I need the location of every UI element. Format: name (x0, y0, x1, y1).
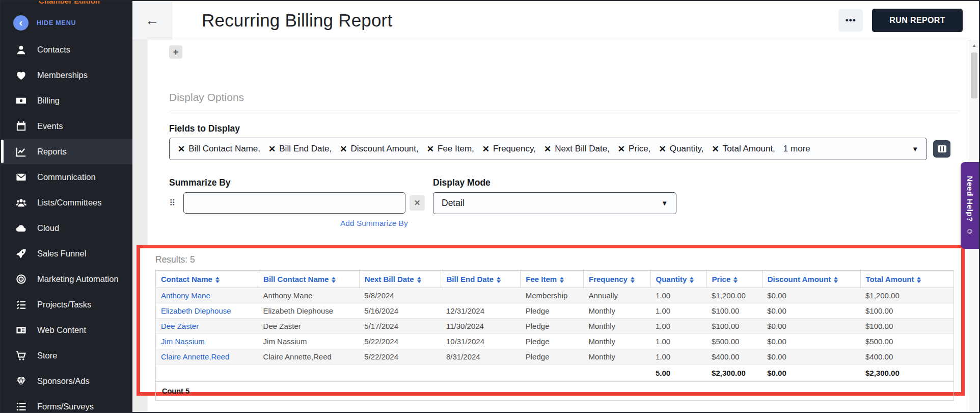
sidebar-item-store[interactable]: Store (1, 343, 132, 368)
column-header-fee-item[interactable]: Fee Item (521, 271, 584, 288)
table-cell: $500.00 (706, 334, 762, 349)
run-report-button[interactable]: RUN REPORT (872, 9, 963, 32)
field-chip-label: Price, (629, 144, 650, 154)
table-cell: $400.00 (706, 349, 762, 365)
sidebar-item-label: Sales Funnel (37, 249, 86, 259)
totals-cell: $2,300.00 (706, 365, 762, 382)
list-icon (15, 401, 27, 412)
table-cell: 1.00 (650, 303, 706, 319)
remove-field-icon[interactable]: ✕ (268, 144, 276, 154)
remove-field-icon[interactable]: ✕ (427, 144, 434, 154)
column-header-bill-contact-name[interactable]: Bill Contact Name (258, 271, 360, 288)
field-chip-label: Total Amount, (723, 144, 775, 154)
sidebar-item-communication[interactable]: Communication (1, 164, 132, 190)
sidebar-item-forms-surveys[interactable]: Forms/Surveys (1, 394, 132, 413)
table-cell: 5/16/2024 (359, 303, 441, 319)
add-filter-button[interactable]: + (169, 45, 182, 59)
column-header-label: Contact Name (161, 275, 212, 283)
display-mode-select[interactable]: Detail ▼ (433, 192, 676, 214)
cart-icon (15, 350, 27, 362)
field-chip: ✕Bill Contact Name, (178, 144, 260, 154)
person-icon (15, 44, 27, 56)
column-header-bill-end-date[interactable]: Bill End Date (441, 271, 521, 288)
sidebar-item-reports[interactable]: Reports (1, 139, 132, 164)
sidebar-item-marketing-automation[interactable]: Marketing Automation (1, 266, 132, 292)
remove-field-icon[interactable]: ✕ (482, 144, 489, 154)
table-cell: Pledge (521, 319, 584, 334)
sidebar-item-memberships[interactable]: Memberships (1, 62, 132, 88)
remove-field-icon[interactable]: ✕ (544, 144, 551, 154)
contact-link[interactable]: Jim Nassium (156, 334, 258, 349)
table-cell: $0.00 (762, 334, 860, 349)
sidebar-item-billing[interactable]: Billing (1, 88, 132, 113)
column-header-label: Next Bill Date (365, 275, 414, 283)
summarize-by-input[interactable] (183, 192, 405, 214)
clear-summarize-button[interactable]: ✕ (410, 195, 425, 211)
contact-link[interactable]: Claire Annette,Reed (156, 349, 258, 365)
totals-cell (521, 365, 584, 382)
contact-link[interactable]: Anthony Mane (156, 288, 258, 303)
remove-field-icon[interactable]: ✕ (340, 144, 347, 154)
sidebar-item-label: Communication (37, 172, 96, 182)
bullseye-icon (15, 273, 27, 285)
scroll-up-icon[interactable]: ▲ (969, 40, 979, 52)
need-help-tab[interactable]: Need Help? ☺ (961, 162, 979, 249)
column-header-label: Total Amount (866, 275, 914, 283)
field-chip: ✕Price, (618, 144, 651, 154)
sidebar-item-projects-tasks[interactable]: Projects/Tasks (1, 292, 132, 317)
table-cell: 5/17/2024 (359, 319, 441, 334)
page-title: Recurring Billing Report (202, 10, 392, 31)
people-group-icon (15, 197, 27, 209)
column-header-label: Bill Contact Name (263, 275, 329, 283)
edition-label: Chamber Edition (1, 1, 132, 7)
add-summarize-by-link[interactable]: Add Summarize By (340, 219, 408, 228)
sidebar-nav: ContactsMembershipsBillingEventsReportsC… (1, 37, 132, 413)
results-grid: Contact NameBill Contact NameNext Bill D… (155, 270, 954, 401)
field-chip: ✕Bill End Date, (268, 144, 332, 154)
remove-field-icon[interactable]: ✕ (659, 144, 666, 154)
remove-field-icon[interactable]: ✕ (178, 144, 185, 154)
column-header-contact-name[interactable]: Contact Name (156, 271, 258, 288)
scrollbar-thumb[interactable] (971, 53, 977, 98)
hide-menu-button[interactable]: ‹ HIDE MENU (1, 7, 132, 35)
column-header-discount-amount[interactable]: Discount Amount (762, 271, 860, 288)
sidebar-item-events[interactable]: Events (1, 113, 132, 139)
sidebar-item-label: Web Content (37, 325, 86, 335)
drag-handle-icon[interactable]: ⠿ (169, 198, 179, 209)
back-button[interactable]: ← (132, 1, 172, 40)
contact-link[interactable]: Dee Zaster (156, 319, 258, 334)
newspaper-icon (15, 324, 27, 336)
column-header-next-bill-date[interactable]: Next Bill Date (359, 271, 441, 288)
fields-select[interactable]: ✕Bill Contact Name,✕Bill End Date,✕Disco… (169, 138, 927, 160)
sidebar-item-sponsors-ads[interactable]: Sponsors/Ads (1, 368, 132, 394)
sidebar-item-cloud[interactable]: Cloud (1, 215, 132, 241)
remove-field-icon[interactable]: ✕ (712, 144, 719, 154)
column-header-label: Price (712, 275, 731, 283)
more-options-button[interactable]: ••• (838, 9, 863, 32)
table-cell: Monthly (583, 319, 650, 334)
table-cell: $100.00 (860, 303, 954, 319)
column-header-total-amount[interactable]: Total Amount (860, 271, 954, 288)
remove-field-icon[interactable]: ✕ (618, 144, 625, 154)
column-settings-button[interactable] (933, 140, 950, 158)
column-header-label: Bill End Date (446, 275, 494, 283)
totals-cell: 5.00 (650, 365, 706, 382)
column-header-frequency[interactable]: Frequency (583, 271, 650, 288)
sidebar-item-web-content[interactable]: Web Content (1, 317, 132, 343)
column-header-quantity[interactable]: Quantity (650, 271, 706, 288)
sort-icon (215, 277, 220, 283)
sidebar-item-label: Memberships (37, 70, 88, 80)
table-row: Jim NassiumJim Nassium5/22/202410/31/202… (156, 334, 954, 349)
sidebar-item-label: Store (37, 351, 57, 360)
table-row: Anthony ManeAnthony Mane5/8/2024Membersh… (156, 288, 954, 303)
sidebar-item-label: Forms/Surveys (37, 402, 94, 411)
chevron-down-icon: ▼ (912, 145, 918, 153)
sidebar-item-contacts[interactable]: Contacts (1, 37, 132, 62)
column-header-price[interactable]: Price (706, 271, 762, 288)
sidebar-item-sales-funnel[interactable]: Sales Funnel (1, 241, 132, 266)
sidebar-item-lists-committees[interactable]: Lists/Committees (1, 190, 132, 215)
chevron-down-icon: ▼ (661, 199, 668, 207)
field-chip: ✕Total Amount, (712, 144, 775, 154)
smiley-icon: ☺ (966, 226, 973, 235)
contact-link[interactable]: Elizabeth Diephouse (156, 303, 258, 319)
